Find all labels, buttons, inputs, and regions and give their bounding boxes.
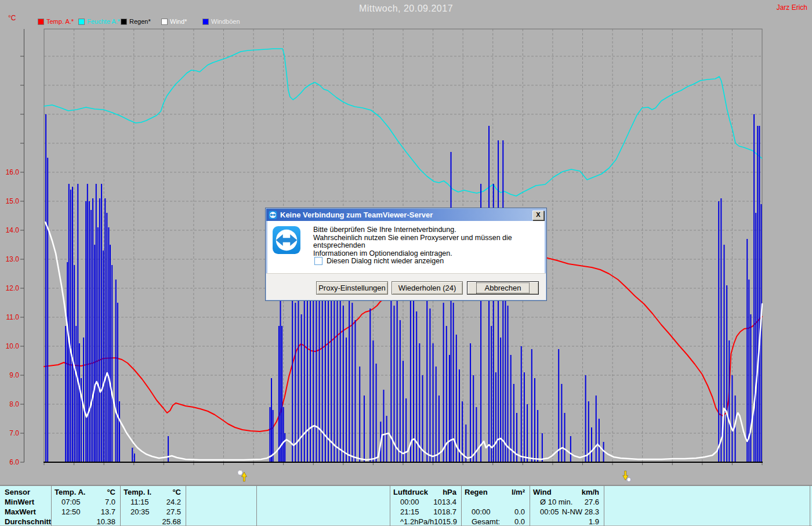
table-cell-row [604,517,810,526]
y-axis-tick-label: 12.0 [6,284,20,292]
table-column-header [256,487,390,497]
y-axis-tick-label: 11.0 [6,313,20,321]
table-divider [461,486,462,526]
cell-value: 25.68 [162,517,181,526]
column-title: Regen [465,487,488,497]
y-axis-tick-label: 15.0 [6,197,20,205]
table-divider [186,486,186,526]
table-cell-row: ^1.2hPa/h1015.9 [390,517,461,526]
table-cell-row: 21:151018.7 [390,507,461,517]
y-axis-tick-label: 10.0 [6,342,20,350]
stats-table: SensorMinWertMaxWertDurchschnittTemp. A.… [0,485,812,525]
proxy-settings-button[interactable]: Proxy-Einstellungen [316,281,388,295]
dont-show-again-row: Diesen Dialog nicht wieder anzeigen [314,257,444,265]
cell-time: 12:50 [61,507,81,517]
cell-time: 20:35 [130,507,150,517]
table-cell-row: Gesamt:0.0 [461,517,530,526]
retry-label: Wiederholen (24) [398,284,456,292]
column-title: Wind [533,487,552,497]
table-row-label: Sensor [0,487,51,497]
table-column-luftdruck: LuftdruckhPa00:001013.421:151018.7^1.2hP… [390,486,461,526]
cell-time: 00:00 [400,497,419,507]
table-cell-row [186,497,256,507]
y-axis-tick-label: 8.0 [9,400,19,408]
close-icon[interactable]: X [532,211,544,220]
cell-value: 1.9 [589,517,599,526]
column-unit: km/h [582,487,599,497]
cell-time: 11:15 [130,497,149,507]
table-column-temp-i-: Temp. I.°C11:1524.220:3527.525.68 [120,486,186,526]
table-column-empty [256,486,390,526]
teamviewer-dialog: Keine Verbindung zum TeamViewer-Server X… [265,208,547,301]
dialog-title: Keine Verbindung zum TeamViewer-Server [280,211,433,219]
table-column-header [186,487,256,497]
dialog-titlebar[interactable]: Keine Verbindung zum TeamViewer-Server X [266,209,546,221]
dialog-message-line2: Wahrscheinlich nutzen Sie einen Proxyser… [313,234,544,250]
column-unit: l/m² [512,487,525,497]
column-unit: hPa [443,487,456,497]
y-axis-tick-label: 7.0 [9,429,19,437]
table-cell-row: 00:05N-NW 28.3 [530,507,604,517]
dialog-button-bar: Proxy-Einstellungen Wiederholen (24) Abb… [266,273,546,300]
table-row-label: MinWert [0,497,51,507]
table-cell-row: 07:057.0 [51,497,120,507]
teamviewer-logo [272,226,301,255]
y-axis-tick-label: 9.0 [9,371,19,379]
cancel-button[interactable]: Abbrechen [467,281,539,295]
table-rowlabel-column: SensorMinWertMaxWertDurchschnitt [0,486,51,526]
dialog-body: Bitte überprüfen Sie Ihre Internetverbin… [268,221,544,274]
table-divider [256,486,257,526]
cell-value: 27.6 [585,497,599,507]
table-divider [390,486,390,526]
cell-time: 07:05 [61,497,81,507]
dont-show-again-label: Diesen Dialog nicht wieder anzeigen [327,257,444,265]
table-cell-row: 00:000.0 [461,507,530,517]
column-unit: °C [172,487,181,497]
table-cell-row: 12:5013.7 [51,507,120,517]
column-title: Temp. A. [55,487,85,497]
teamviewer-icon [269,211,277,219]
table-column-wind: Windkm/hØ 10 min.27.600:05N-NW 28.31.9 [530,486,604,526]
table-divider [604,486,604,526]
cell-value: 1015.9 [434,517,457,526]
table-divider [810,486,810,526]
table-column-temp-a-: Temp. A.°C07:057.012:5013.710.38 [51,486,120,526]
table-cell-row [186,517,256,526]
table-column-header: Temp. I.°C [120,487,186,497]
column-unit: °C [107,487,115,497]
table-cell-row: Ø 10 min.27.6 [530,497,604,507]
table-cell-row [186,507,256,517]
dont-show-again-checkbox[interactable] [314,257,322,265]
table-column-empty [186,486,256,526]
table-cell-row: 00:001013.4 [390,497,461,507]
cell-value: N-NW 28.3 [562,507,599,517]
retry-button[interactable]: Wiederholen (24) [392,281,463,295]
y-axis-tick-label: 16.0 [6,168,20,176]
cell-value: 27.5 [166,507,181,517]
cell-value: 0.0 [514,507,525,517]
y-axis-tick-label: 14.0 [6,226,20,234]
column-title: Luftdruck [393,487,428,497]
cell-value: 24.2 [166,497,181,507]
cell-time: 00:05 [540,507,559,517]
table-column-empty [604,486,810,526]
y-axis-tick-label: 13.0 [6,255,20,263]
table-row-label: MaxWert [0,507,51,517]
table-cell-row [461,497,530,507]
table-cell-row: 25.68 [120,517,186,526]
sunset-icon [623,471,631,482]
table-column-header: Regenl/m² [461,487,530,497]
table-cell-row: 11:1524.2 [120,497,186,507]
cell-value: 1013.4 [433,497,456,507]
table-cell-row [256,497,390,507]
cell-value: 10.38 [96,517,115,526]
table-column-header: Temp. A.°C [51,487,120,497]
table-divider [51,486,52,526]
table-divider [120,486,121,526]
cell-value: 0.0 [514,517,525,526]
table-cell-row: 20:3527.5 [120,507,186,517]
table-cell-row: 10.38 [51,517,120,526]
table-column-regen: Regenl/m²00:000.0Gesamt:0.0 [461,486,530,526]
y-axis-tick-label: 6.0 [9,458,19,466]
table-divider [530,486,530,526]
